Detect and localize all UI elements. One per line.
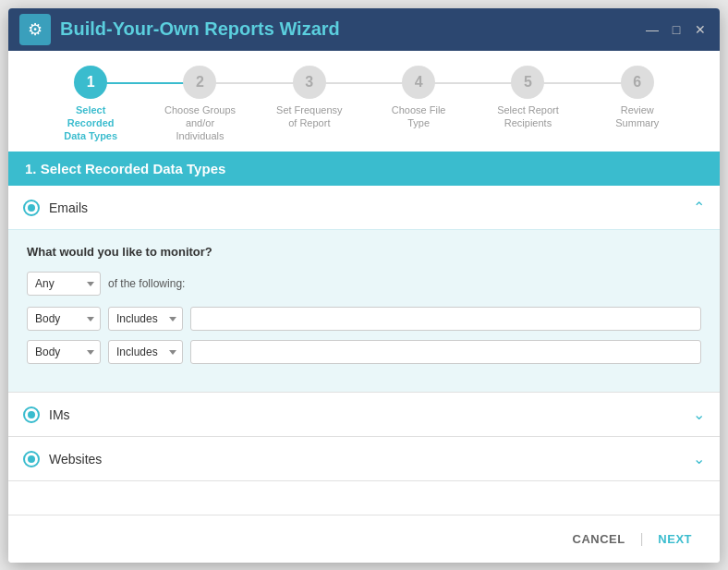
step-1-label: Select RecordedData Types bbox=[54, 103, 127, 143]
value-input-1[interactable] bbox=[190, 307, 701, 331]
step-4[interactable]: 4 Choose FileType bbox=[364, 66, 473, 130]
ims-radio[interactable] bbox=[23, 406, 40, 423]
accordion-header-ims[interactable]: IMs ⌄ bbox=[8, 393, 720, 436]
monitor-question: What would you like to monitor? bbox=[27, 245, 701, 259]
any-row: Any All of the following: bbox=[27, 272, 701, 296]
stepper: 1 Select RecordedData Types 2 Choose Gro… bbox=[36, 66, 692, 143]
ims-radio-inner bbox=[28, 411, 35, 418]
websites-radio-inner bbox=[28, 455, 35, 463]
step-6-label: ReviewSummary bbox=[615, 103, 659, 130]
emails-title: Emails bbox=[49, 200, 88, 215]
condition-select-2[interactable]: Includes Excludes Equals bbox=[108, 340, 183, 364]
step-3-label: Set Frequensyof Report bbox=[276, 103, 343, 130]
websites-header-left: Websites bbox=[23, 451, 102, 467]
accordion-item-ims: IMs ⌄ bbox=[8, 393, 720, 437]
step-4-label: Choose FileType bbox=[392, 103, 446, 130]
any-select[interactable]: Any All bbox=[27, 272, 101, 296]
ims-chevron: ⌄ bbox=[693, 406, 705, 423]
any-label: of the following: bbox=[108, 277, 185, 290]
step-2-circle: 2 bbox=[183, 66, 216, 99]
filter-row-2: Body Subject From To Includes Excludes E… bbox=[27, 340, 701, 364]
next-button[interactable]: NEXT bbox=[649, 527, 701, 552]
footer-divider: | bbox=[640, 531, 644, 546]
emails-accordion-body: What would you like to monitor? Any All … bbox=[8, 229, 720, 392]
step-1[interactable]: 1 Select RecordedData Types bbox=[36, 66, 145, 143]
filter-row-1: Body Subject From To Includes Excludes E… bbox=[27, 307, 701, 331]
footer: CANCEL | NEXT bbox=[8, 515, 720, 563]
accordion-header-websites[interactable]: Websites ⌄ bbox=[8, 437, 720, 480]
app-title: Build-Your-Own Reports Wizard bbox=[60, 18, 644, 40]
accordion-item-emails: Emails ⌃ What would you like to monitor?… bbox=[8, 186, 720, 393]
condition-select-1[interactable]: Includes Excludes Equals bbox=[108, 307, 183, 331]
section-body[interactable]: Emails ⌃ What would you like to monitor?… bbox=[8, 186, 720, 514]
app-icon: ⚙ bbox=[19, 14, 51, 45]
step-5[interactable]: 5 Select ReportRecipients bbox=[473, 66, 582, 130]
step-2[interactable]: 2 Choose Groupsand/or Individuals bbox=[145, 66, 254, 143]
field-select-1[interactable]: Body Subject From To bbox=[27, 307, 101, 331]
maximize-button[interactable]: □ bbox=[668, 21, 685, 38]
ims-header-left: IMs bbox=[23, 406, 70, 423]
step-5-circle: 5 bbox=[511, 66, 544, 99]
step-6[interactable]: 6 ReviewSummary bbox=[583, 66, 692, 130]
section-header: 1. Select Recorded Data Types bbox=[8, 152, 720, 186]
content-area: 1. Select Recorded Data Types Emails ⌃ W… bbox=[8, 152, 720, 514]
minimize-button[interactable]: — bbox=[644, 21, 661, 38]
step-2-label: Choose Groupsand/or Individuals bbox=[163, 103, 237, 143]
step-6-circle: 6 bbox=[621, 66, 654, 99]
websites-chevron: ⌄ bbox=[693, 450, 705, 467]
field-select-2[interactable]: Body Subject From To bbox=[27, 340, 101, 364]
emails-radio-inner bbox=[28, 204, 35, 212]
window-controls: — □ ✕ bbox=[644, 21, 709, 38]
ims-title: IMs bbox=[49, 407, 70, 422]
websites-radio[interactable] bbox=[23, 451, 40, 467]
emails-radio[interactable] bbox=[23, 200, 40, 216]
step-3[interactable]: 3 Set Frequensyof Report bbox=[255, 66, 364, 130]
value-input-2[interactable] bbox=[190, 340, 701, 364]
main-window: ⚙ Build-Your-Own Reports Wizard — □ ✕ 1 … bbox=[8, 8, 720, 563]
stepper-bar: 1 Select RecordedData Types 2 Choose Gro… bbox=[8, 51, 720, 152]
cancel-button[interactable]: CANCEL bbox=[564, 527, 635, 552]
emails-chevron: ⌃ bbox=[693, 199, 705, 216]
step-3-circle: 3 bbox=[293, 66, 326, 99]
accordion-header-emails[interactable]: Emails ⌃ bbox=[8, 186, 720, 229]
step-4-circle: 4 bbox=[402, 66, 435, 99]
emails-header-left: Emails bbox=[23, 200, 88, 216]
close-button[interactable]: ✕ bbox=[692, 21, 709, 38]
step-1-circle: 1 bbox=[74, 66, 107, 99]
title-bar: ⚙ Build-Your-Own Reports Wizard — □ ✕ bbox=[8, 8, 720, 51]
accordion-item-websites: Websites ⌄ bbox=[8, 437, 720, 481]
step-5-label: Select ReportRecipients bbox=[497, 103, 559, 130]
websites-title: Websites bbox=[49, 452, 102, 467]
